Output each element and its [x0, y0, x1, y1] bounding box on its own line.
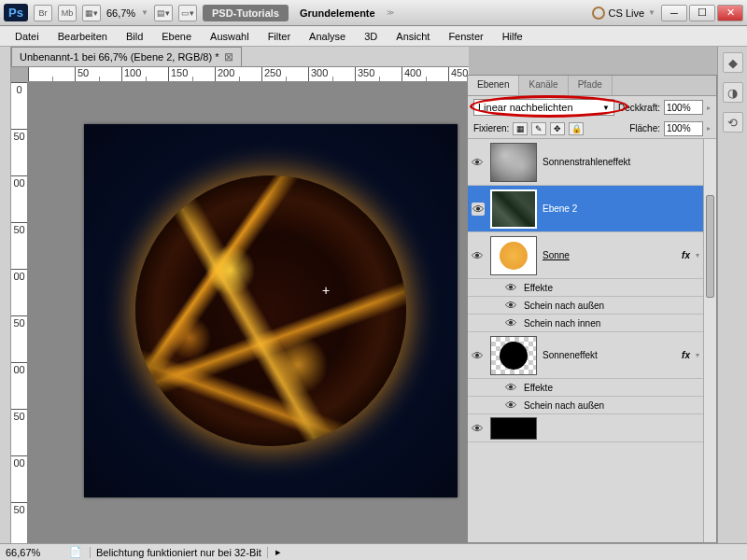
- double-chevron-icon[interactable]: ≫: [387, 8, 394, 17]
- visibility-icon[interactable]: 👁: [505, 299, 518, 312]
- canvas-image: [84, 124, 458, 497]
- menu-bild[interactable]: Bild: [117, 28, 152, 45]
- status-flyout-icon[interactable]: ▸: [275, 546, 281, 558]
- lock-all-icon[interactable]: 🔒: [569, 122, 584, 135]
- workspace-button-1[interactable]: PSD-Tutorials: [203, 5, 289, 21]
- menu-bar: Datei Bearbeiten Bild Ebene Auswahl Filt…: [0, 26, 747, 47]
- canvas-viewport[interactable]: +: [28, 82, 469, 543]
- menu-ansicht[interactable]: Ansicht: [387, 28, 439, 45]
- layer-thumbnail[interactable]: [490, 236, 537, 275]
- layer-name[interactable]: Ebene 2: [543, 203, 699, 214]
- layer-row[interactable]: 👁 Ebene 2: [468, 186, 703, 232]
- lock-label: Fixieren:: [473, 123, 509, 133]
- layers-panel: Ebenen Kanäle Pfade Linear nachbelichten…: [467, 75, 717, 543]
- menu-auswahl[interactable]: Auswahl: [201, 28, 259, 45]
- visibility-icon[interactable]: 👁: [505, 399, 518, 412]
- effect-row[interactable]: 👁 Schein nach außen: [468, 397, 703, 414]
- fx-expand-icon[interactable]: ▾: [696, 251, 699, 259]
- status-zoom[interactable]: 66,67%: [6, 547, 62, 558]
- opacity-input[interactable]: 100%: [664, 100, 703, 115]
- status-info: Belichtung funktioniert nur bei 32-Bit: [90, 547, 268, 558]
- layer-thumbnail[interactable]: [490, 417, 537, 440]
- lock-pixels-icon[interactable]: ✎: [531, 122, 546, 135]
- tab-ebenen[interactable]: Ebenen: [468, 76, 519, 95]
- close-button[interactable]: ✕: [717, 5, 743, 21]
- fx-expand-icon[interactable]: ▾: [696, 351, 699, 359]
- layer-thumbnail[interactable]: [490, 189, 537, 229]
- visibility-icon[interactable]: 👁: [472, 249, 485, 262]
- layer-name[interactable]: Sonne: [543, 250, 676, 260]
- layer-name[interactable]: Sonneneffekt: [543, 350, 676, 360]
- fill-input[interactable]: 100%: [664, 121, 703, 136]
- visibility-icon[interactable]: 👁: [472, 349, 485, 362]
- visibility-icon[interactable]: 👁: [505, 316, 518, 329]
- layers-scrollbar[interactable]: [703, 139, 716, 542]
- effect-row[interactable]: 👁 Effekte: [468, 279, 703, 297]
- menu-analyse[interactable]: Analyse: [300, 28, 355, 45]
- minibridge-icon[interactable]: Mb: [58, 5, 77, 21]
- zoom-value[interactable]: 66,7%: [106, 7, 135, 19]
- opacity-flyout-icon[interactable]: ▸: [707, 104, 711, 112]
- effect-row[interactable]: 👁 Effekte: [468, 379, 703, 397]
- crop-icon[interactable]: ⟲: [723, 112, 743, 133]
- fx-badge[interactable]: fx: [682, 250, 690, 260]
- horizontal-ruler: 50100150200250300350400450500: [28, 67, 469, 82]
- visibility-icon[interactable]: 👁: [472, 156, 485, 169]
- lock-position-icon[interactable]: ✥: [550, 122, 565, 135]
- layer-row[interactable]: 👁 Sonne fx ▾: [468, 232, 703, 279]
- document-tab-bar: Unbenannt-1 bei 66,7% (Ebene 2, RGB/8) *…: [11, 47, 469, 67]
- app-logo: Ps: [4, 4, 28, 21]
- maximize-button[interactable]: ☐: [689, 5, 715, 21]
- history-icon[interactable]: ◑: [723, 82, 743, 103]
- vertical-ruler: 0500050005000500050: [11, 82, 28, 543]
- layer-thumbnail[interactable]: [490, 336, 537, 375]
- fill-label: Fläche:: [629, 123, 660, 133]
- layer-row[interactable]: 👁 Sonnenstrahleneffekt: [468, 139, 703, 186]
- visibility-icon[interactable]: 👁: [472, 203, 485, 216]
- tab-pfade[interactable]: Pfade: [569, 76, 613, 95]
- effect-row[interactable]: 👁 Schein nach innen: [468, 315, 703, 332]
- view-mode-icon[interactable]: ▤▾: [154, 5, 173, 21]
- cs-live-button[interactable]: CS Live ▼: [592, 7, 655, 20]
- doc-info-icon[interactable]: 📄: [69, 546, 82, 558]
- effect-row[interactable]: 👁 Schein nach außen: [468, 297, 703, 315]
- visibility-icon[interactable]: 👁: [505, 381, 518, 394]
- title-bar: Ps Br Mb ▦▾ 66,7% ▼ ▤▾ ▭▾ PSD-Tutorials …: [0, 0, 747, 26]
- layer-name[interactable]: Sonnenstrahleneffekt: [543, 157, 699, 167]
- lock-transparency-icon[interactable]: ▦: [513, 122, 528, 135]
- close-tab-icon[interactable]: ⊠: [224, 50, 233, 63]
- bridge-icon[interactable]: Br: [34, 5, 52, 21]
- visibility-icon[interactable]: 👁: [472, 422, 485, 435]
- status-bar: 66,67% 📄 Belichtung funktioniert nur bei…: [0, 543, 747, 560]
- swatches-icon[interactable]: ◆: [723, 52, 743, 73]
- chevron-down-icon[interactable]: ▼: [141, 8, 148, 17]
- menu-ebene[interactable]: Ebene: [152, 28, 201, 45]
- menu-3d[interactable]: 3D: [355, 28, 387, 45]
- crosshair-cursor: +: [322, 283, 330, 298]
- chevron-down-icon: ▼: [602, 104, 610, 112]
- menu-bearbeiten[interactable]: Bearbeiten: [49, 28, 117, 45]
- fx-badge[interactable]: fx: [682, 350, 690, 360]
- left-toolbar-collapsed[interactable]: [0, 47, 11, 543]
- workspace-button-2[interactable]: Grundelemente: [294, 5, 381, 21]
- screen-mode-icon[interactable]: ▭▾: [178, 5, 197, 21]
- menu-datei[interactable]: Datei: [6, 28, 49, 45]
- layer-row[interactable]: 👁 Sonneneffekt fx ▾: [468, 332, 703, 379]
- visibility-icon[interactable]: 👁: [505, 281, 518, 294]
- layer-row[interactable]: 👁: [468, 414, 703, 442]
- document-tab[interactable]: Unbenannt-1 bei 66,7% (Ebene 2, RGB/8) *…: [11, 47, 242, 66]
- fill-flyout-icon[interactable]: ▸: [707, 124, 711, 133]
- menu-filter[interactable]: Filter: [259, 28, 300, 45]
- panel-tabs: Ebenen Kanäle Pfade: [468, 76, 716, 96]
- minimize-button[interactable]: ─: [661, 5, 687, 21]
- cs-live-icon: [592, 7, 605, 20]
- layer-thumbnail[interactable]: [490, 143, 537, 182]
- right-panel-dock: ◆ ◑ ⟲: [717, 47, 747, 543]
- menu-fenster[interactable]: Fenster: [439, 28, 492, 45]
- opacity-label: Deckkraft:: [618, 103, 660, 113]
- tab-kanale[interactable]: Kanäle: [519, 76, 568, 95]
- blend-mode-select[interactable]: Linear nachbelichten ▼: [473, 99, 614, 116]
- menu-hilfe[interactable]: Hilfe: [493, 28, 532, 45]
- view-extras-icon[interactable]: ▦▾: [82, 5, 101, 21]
